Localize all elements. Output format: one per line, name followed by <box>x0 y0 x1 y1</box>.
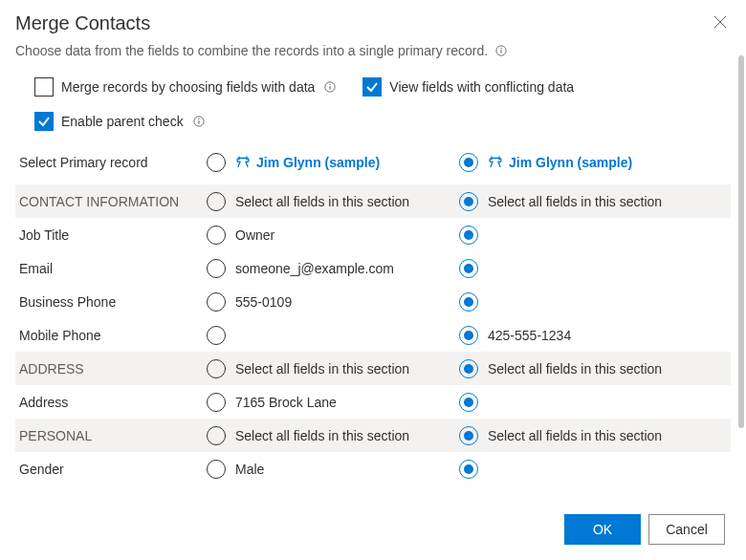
merge-by-data-checkbox[interactable]: Merge records by choosing fields with da… <box>34 77 336 97</box>
view-conflicting-label: View fields with conflicting data <box>389 79 574 95</box>
checkbox-icon <box>34 77 54 97</box>
section-select-label: Select all fields in this section <box>488 194 662 209</box>
section-header: CONTACT INFORMATION Select all fields in… <box>15 184 731 218</box>
svg-point-1 <box>500 48 501 49</box>
field-label: Job Title <box>15 222 203 248</box>
contact-icon <box>235 155 251 170</box>
section-select-label: Select all fields in this section <box>235 361 409 377</box>
svg-point-7 <box>198 118 199 119</box>
enable-parent-checkbox[interactable]: Enable parent check <box>34 112 205 131</box>
ok-button[interactable]: OK <box>564 514 641 545</box>
record-name-text: Jim Glynn (sample) <box>509 155 632 170</box>
info-icon[interactable] <box>191 115 205 128</box>
field-row: Address 7165 Brock Lane <box>15 385 731 419</box>
section-right-radio[interactable] <box>459 359 478 378</box>
field-left-value: 555-0109 <box>235 294 292 310</box>
field-left-value: 7165 Brock Lane <box>235 395 337 410</box>
section-select-label: Select all fields in this section <box>488 428 662 443</box>
contact-icon <box>488 155 503 170</box>
field-right-radio[interactable] <box>459 393 478 412</box>
view-conflicting-checkbox[interactable]: View fields with conflicting data <box>362 77 574 97</box>
primary-record-row: Select Primary record Jim Glynn (sample) <box>15 144 731 184</box>
field-left-value: Male <box>235 462 264 477</box>
section-header: ADDRESS Select all fields in this sectio… <box>15 352 731 385</box>
field-label: Business Phone <box>15 289 203 315</box>
section-name: CONTACT INFORMATION <box>15 188 203 215</box>
section-name: ADDRESS <box>15 355 203 382</box>
cancel-button[interactable]: Cancel <box>648 514 725 545</box>
record-left-radio[interactable] <box>207 153 226 172</box>
info-icon[interactable] <box>322 80 336 94</box>
record-left-cell: Jim Glynn (sample) <box>203 147 455 178</box>
field-label: Address <box>15 389 203 416</box>
field-row: Mobile Phone 425-555-1234 <box>15 318 731 352</box>
svg-rect-5 <box>330 86 331 89</box>
field-left-radio[interactable] <box>207 259 226 278</box>
enable-parent-label: Enable parent check <box>61 114 184 129</box>
field-left-radio[interactable] <box>207 393 226 412</box>
field-row: Job Title Owner <box>15 218 731 251</box>
close-icon <box>713 15 727 29</box>
section-left-radio[interactable] <box>207 359 226 378</box>
fields-scroll-area[interactable]: Select Primary record Jim Glynn (sample) <box>0 144 746 501</box>
field-left-radio[interactable] <box>207 326 226 345</box>
checkbox-icon <box>362 77 382 97</box>
section-right-radio[interactable] <box>459 426 478 445</box>
section-left-radio[interactable] <box>207 192 226 211</box>
section-header: PERSONAL Select all fields in this secti… <box>15 419 731 452</box>
field-label: Email <box>15 255 203 282</box>
field-row: Business Phone 555-0109 <box>15 285 731 318</box>
record-right-radio[interactable] <box>459 153 478 172</box>
field-row: Email someone_j@example.com <box>15 251 731 285</box>
primary-record-label: Select Primary record <box>15 149 203 176</box>
field-left-radio[interactable] <box>207 460 226 479</box>
section-name: PERSONAL <box>15 422 203 449</box>
section-select-label: Select all fields in this section <box>488 361 662 377</box>
field-right-radio[interactable] <box>459 326 478 345</box>
checkbox-icon <box>34 112 54 131</box>
field-right-radio[interactable] <box>459 226 478 245</box>
options-row-2: Enable parent check <box>0 100 746 144</box>
subtitle-text: Choose data from the fields to combine t… <box>15 43 488 58</box>
record-right-name[interactable]: Jim Glynn (sample) <box>488 155 632 170</box>
field-left-radio[interactable] <box>207 292 226 312</box>
fields-grid: Select Primary record Jim Glynn (sample) <box>15 144 731 485</box>
record-right-cell: Jim Glynn (sample) <box>455 147 731 178</box>
field-left-value: someone_j@example.com <box>235 261 394 276</box>
field-row: Gender Male <box>15 452 731 485</box>
svg-rect-2 <box>501 50 502 53</box>
dialog-footer: OK Cancel <box>0 501 746 560</box>
field-right-radio[interactable] <box>459 292 478 312</box>
svg-rect-8 <box>198 120 199 123</box>
info-icon[interactable] <box>494 44 507 57</box>
section-right-radio[interactable] <box>459 192 478 211</box>
section-select-label: Select all fields in this section <box>235 194 409 209</box>
merge-contacts-dialog: Merge Contacts Choose data from the fiel… <box>0 0 746 560</box>
dialog-header: Merge Contacts <box>0 0 746 43</box>
scrollbar-thumb[interactable] <box>738 55 744 428</box>
field-label: Gender <box>15 456 203 483</box>
field-left-radio[interactable] <box>207 226 226 245</box>
dialog-title: Merge Contacts <box>15 12 150 34</box>
field-right-value: 425-555-1234 <box>488 328 571 343</box>
svg-point-4 <box>330 84 331 85</box>
dialog-subtitle: Choose data from the fields to combine t… <box>0 43 746 74</box>
record-name-text: Jim Glynn (sample) <box>256 155 380 170</box>
section-left-radio[interactable] <box>207 426 226 445</box>
options-row-1: Merge records by choosing fields with da… <box>0 74 746 100</box>
scrollbar[interactable] <box>738 55 744 484</box>
close-button[interactable] <box>710 11 731 35</box>
merge-by-data-label: Merge records by choosing fields with da… <box>61 79 315 95</box>
section-select-label: Select all fields in this section <box>235 428 409 443</box>
field-left-value: Owner <box>235 227 274 243</box>
record-left-name[interactable]: Jim Glynn (sample) <box>235 155 380 170</box>
field-right-radio[interactable] <box>459 259 478 278</box>
field-right-radio[interactable] <box>459 460 478 479</box>
field-label: Mobile Phone <box>15 322 203 349</box>
